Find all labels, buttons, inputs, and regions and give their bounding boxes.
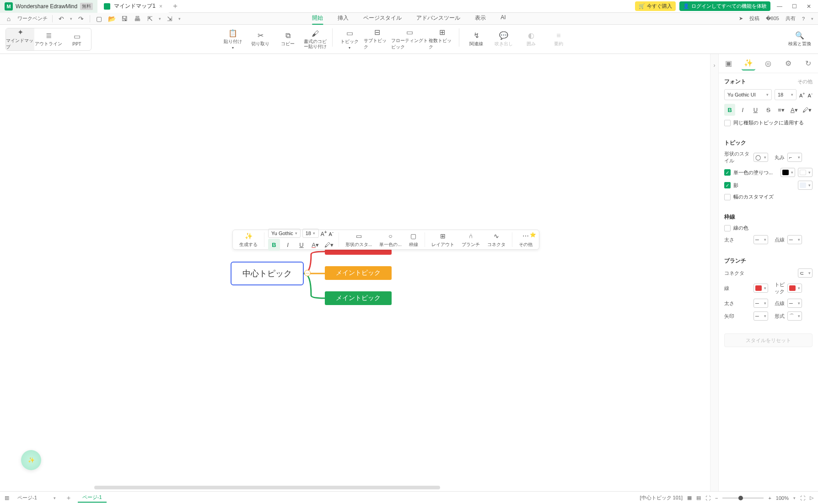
view-grid-icon[interactable]: ▦: [687, 495, 692, 501]
mini-font-select[interactable]: Yu Gothic▾: [268, 229, 301, 238]
view-ppt[interactable]: ▭PPT: [63, 28, 91, 50]
copy-button[interactable]: ⧉コピー: [274, 28, 301, 50]
collapse-port-icon[interactable]: —: [304, 270, 311, 276]
panel-tab-style[interactable]: ▣: [722, 57, 736, 70]
shape-style-select[interactable]: ◯▾: [753, 153, 768, 162]
document-tab[interactable]: マインドマップ1 ×: [97, 0, 169, 13]
strike-button[interactable]: S: [763, 104, 774, 116]
canvas[interactable]: 中心トピック — メイントピック メイントピック ⭐ ✨生成する Yu Goth…: [0, 54, 710, 491]
font-more[interactable]: その他: [797, 78, 813, 85]
help-icon[interactable]: ?: [802, 16, 805, 21]
format-select[interactable]: ⌒▾: [787, 311, 802, 321]
menu-start[interactable]: 開始: [312, 12, 323, 25]
login-button[interactable]: 👤 ログインしてすべての機能を体験: [679, 1, 770, 11]
save-icon[interactable]: 🖫: [120, 15, 129, 23]
subtopic-button[interactable]: ⊟サブトピック: [364, 28, 390, 50]
mini-border-button[interactable]: ▢枠線: [406, 232, 421, 248]
floating-topic-button[interactable]: ▭フローティングトピック: [391, 28, 428, 50]
font-family-select[interactable]: Yu Gothic UI▾: [724, 89, 772, 100]
paste-button[interactable]: 📋貼り付け▾: [220, 28, 246, 50]
view-outline[interactable]: ≣アウトライン: [34, 28, 63, 50]
zoom-out-icon[interactable]: −: [715, 495, 718, 501]
mini-branch-button[interactable]: ⑃ブランチ: [459, 232, 483, 248]
menu-ai[interactable]: AI: [500, 12, 506, 25]
minimize-icon[interactable]: —: [774, 1, 785, 12]
panel-tab-history[interactable]: ↻: [801, 57, 815, 70]
new-tab-button[interactable]: ＋: [169, 0, 182, 13]
share-label[interactable]: 共有: [786, 15, 796, 22]
undo-icon[interactable]: ↶: [57, 15, 65, 23]
arrow-select[interactable]: ─▾: [753, 311, 768, 321]
relation-button[interactable]: ↯関連線: [463, 28, 490, 50]
font-decrease-icon[interactable]: A-: [808, 91, 813, 98]
multi-topic-button[interactable]: ⊞複数トピック: [429, 28, 455, 50]
connector-style-select[interactable]: ⊂▾: [798, 268, 813, 278]
mini-fill-button[interactable]: ○単一色の...: [377, 232, 404, 248]
view-list-icon[interactable]: ▤: [696, 495, 701, 501]
workbench-label[interactable]: ワークベンチ: [17, 15, 48, 22]
line-color-select[interactable]: ▾: [753, 284, 768, 293]
search-replace-button[interactable]: 🔍検索と置換: [787, 31, 813, 47]
font-color-button[interactable]: A▾: [789, 104, 800, 116]
width-custom-checkbox[interactable]: [724, 194, 731, 200]
ai-floating-button[interactable]: ✨: [21, 450, 41, 470]
border-dash-select[interactable]: ─▾: [787, 235, 802, 244]
border-thickness-select[interactable]: ─▾: [753, 235, 768, 244]
mini-font-color-icon[interactable]: A▾: [309, 239, 321, 251]
fill-color-2-select[interactable]: ▾: [798, 168, 813, 177]
zoom-value[interactable]: 100%: [776, 495, 789, 501]
buy-button[interactable]: 🛒 今すぐ購入: [635, 1, 676, 11]
mini-layout-button[interactable]: ⊞レイアウト: [429, 232, 457, 248]
menu-insert[interactable]: 挿入: [338, 12, 349, 25]
page-select[interactable]: ページ-1 ▾: [14, 493, 59, 503]
menu-page-style[interactable]: ページスタイル: [363, 12, 402, 25]
ai-generate-button[interactable]: ✨生成する: [237, 232, 260, 248]
page-tab-1[interactable]: ページ-1: [78, 493, 107, 503]
menu-view[interactable]: 表示: [475, 12, 486, 25]
import-icon[interactable]: ⇲: [166, 15, 174, 23]
font-increase-icon[interactable]: A+: [799, 91, 805, 98]
shadow-checkbox[interactable]: ✓: [724, 182, 731, 188]
main-topic-2[interactable]: メイントピック: [325, 266, 392, 280]
new-file-icon[interactable]: ▢: [95, 15, 103, 23]
italic-button[interactable]: I: [737, 104, 748, 116]
panel-tab-icon[interactable]: ⚙: [781, 57, 795, 70]
mini-underline-icon[interactable]: U: [296, 239, 307, 251]
fill-color-select[interactable]: ▾: [780, 168, 795, 177]
mini-connector-button[interactable]: ∿コネクタ: [484, 232, 508, 248]
send-icon[interactable]: ➤: [739, 16, 743, 21]
border-color-checkbox[interactable]: [724, 225, 731, 231]
apply-same-checkbox[interactable]: [724, 120, 731, 126]
font-size-select[interactable]: 18▾: [775, 89, 796, 100]
corner-select[interactable]: ⌐▾: [787, 153, 802, 162]
branch-dash-select[interactable]: ─▾: [787, 299, 802, 308]
redo-icon[interactable]: ↷: [77, 15, 85, 23]
close-tab-icon[interactable]: ×: [159, 3, 162, 10]
fill-checkbox[interactable]: ✓: [724, 169, 731, 176]
post-label[interactable]: 投稿: [749, 15, 759, 22]
cut-button[interactable]: ✂切り取り: [247, 28, 274, 50]
panel-tab-tag[interactable]: ◎: [761, 57, 775, 70]
add-page-button[interactable]: ＋: [64, 493, 73, 503]
main-topic-3[interactable]: メイントピック: [325, 291, 392, 305]
fit-icon[interactable]: ⛶: [705, 495, 710, 501]
highlight-button[interactable]: 🖊▾: [802, 104, 813, 116]
underline-button[interactable]: U: [750, 104, 761, 116]
topic-color-select[interactable]: ▾: [787, 284, 802, 293]
panel-tab-format[interactable]: ✨: [742, 57, 755, 70]
zoom-slider[interactable]: [722, 498, 764, 499]
align-button[interactable]: ≡▾: [776, 104, 787, 116]
branch-thickness-select[interactable]: ─▾: [753, 299, 768, 308]
horizontal-scrollbar[interactable]: [94, 486, 440, 489]
share-icon[interactable]: �805: [766, 16, 779, 21]
mini-size-select[interactable]: 18▾: [302, 229, 319, 238]
reset-style-button[interactable]: スタイルをリセット: [724, 333, 813, 347]
view-mindmap[interactable]: ✦マインドマップ: [6, 28, 34, 50]
mini-italic-icon[interactable]: I: [282, 239, 294, 251]
close-icon[interactable]: ✕: [803, 1, 814, 12]
increase-font-icon[interactable]: A+: [321, 230, 327, 237]
open-icon[interactable]: 📂: [108, 15, 116, 23]
bold-button[interactable]: B: [724, 104, 735, 116]
topic-button[interactable]: ▭トピック▾: [336, 28, 363, 50]
center-topic-node[interactable]: 中心トピック: [231, 262, 304, 285]
